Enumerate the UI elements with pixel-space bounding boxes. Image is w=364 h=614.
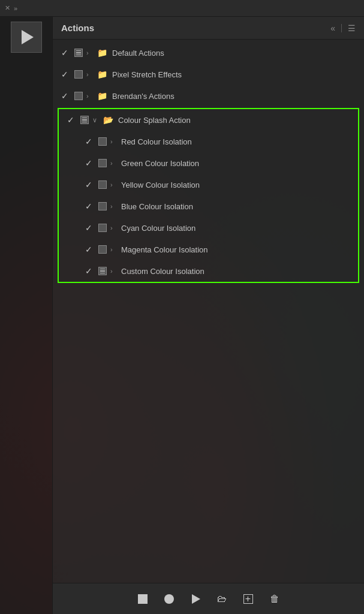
list-item[interactable]: ✓ › 📁 Default Actions: [53, 42, 364, 64]
action-label: Red Colour Isolation: [121, 137, 352, 146]
panel: ✕ » Actions « ☰: [0, 0, 364, 614]
chevron-down-icon[interactable]: ∨: [92, 116, 100, 124]
action-label: Green Colour Isolation: [121, 159, 352, 168]
folder-open-icon: 📂: [103, 115, 113, 125]
list-item[interactable]: ✓ › Blue Colour Isolation: [59, 195, 358, 217]
action-label: Pixel Stretch Effects: [112, 70, 358, 79]
actions-panel: Actions « ☰ ✓ › 📁 Default Actions: [53, 17, 364, 614]
stop-button[interactable]: [135, 591, 151, 607]
check-icon: ✓: [85, 266, 95, 276]
checkbox-square: [98, 137, 107, 146]
record-icon: [164, 594, 174, 604]
add-button[interactable]: +: [240, 591, 256, 607]
checkbox-lines: [98, 267, 107, 275]
chevron-right-icon[interactable]: ›: [110, 181, 118, 188]
stop-icon: [138, 594, 148, 604]
checkbox-lines: [74, 49, 83, 57]
check-icon: ✓: [67, 115, 77, 125]
actions-title: Actions: [61, 23, 94, 33]
checkbox-square: [98, 159, 107, 167]
folder-small-icon: 🗁: [217, 594, 227, 604]
checkbox-square: [98, 202, 107, 210]
menu-icon[interactable]: ☰: [348, 23, 356, 33]
list-item[interactable]: ✓ › 📁 Brendan's Actions: [53, 85, 364, 107]
play-small-icon: [192, 594, 200, 604]
folder-icon: 📁: [97, 91, 107, 101]
check-icon: ✓: [85, 201, 95, 211]
chevron-right-icon[interactable]: ›: [86, 71, 94, 78]
action-label: Magenta Colour Isolation: [121, 245, 352, 254]
list-item[interactable]: ✓ › Yellow Colour Isolation: [59, 174, 358, 195]
bottom-toolbar: 🗁 + 🗑: [53, 583, 364, 614]
header-icons: « ☰: [330, 23, 356, 33]
check-icon: ✓: [85, 137, 95, 146]
trash-icon: 🗑: [270, 594, 279, 604]
chevron-right-icon[interactable]: ›: [110, 224, 118, 231]
add-icon: +: [243, 594, 253, 604]
actions-header: Actions « ☰: [53, 17, 364, 40]
action-label: Custom Colour Isolation: [121, 267, 352, 276]
left-sidebar: [0, 17, 53, 614]
expand-icon[interactable]: »: [14, 5, 17, 12]
chevron-right-icon[interactable]: ›: [86, 92, 94, 100]
checkbox-square: [98, 224, 107, 232]
folder-icon: 📁: [97, 48, 107, 58]
chevron-right-icon[interactable]: ›: [110, 138, 118, 145]
chevron-right-icon[interactable]: ›: [110, 267, 118, 275]
checkbox-lines: [80, 116, 89, 124]
list-item[interactable]: ✓ › Red Colour Isolation: [59, 131, 358, 152]
check-icon: ✓: [61, 91, 71, 101]
action-label: Blue Colour Isolation: [121, 202, 352, 211]
check-icon: ✓: [85, 223, 95, 233]
check-icon: ✓: [61, 70, 71, 79]
check-icon: ✓: [61, 48, 71, 58]
list-item[interactable]: ✓ › Green Colour Isolation: [59, 152, 358, 174]
open-folder-button[interactable]: 🗁: [214, 591, 230, 607]
action-list: ✓ › 📁 Default Actions ✓ › 📁 Pixel Stretc…: [53, 40, 364, 583]
chevron-right-icon[interactable]: ›: [110, 246, 118, 253]
delete-button[interactable]: 🗑: [267, 591, 282, 607]
back-arrows-icon[interactable]: «: [330, 23, 335, 33]
list-item[interactable]: ✓ › Cyan Colour Isolation: [59, 217, 358, 239]
play-icon: [22, 30, 34, 44]
chevron-right-icon[interactable]: ›: [110, 203, 118, 210]
action-label: Cyan Colour Isolation: [121, 224, 352, 233]
top-bar: ✕ »: [0, 0, 364, 17]
action-label: Colour Splash Action: [118, 116, 352, 125]
check-icon: ✓: [85, 158, 95, 168]
highlighted-group: ✓ ∨ 📂 Colour Splash Action ✓ › Red Colo: [58, 108, 359, 283]
action-label: Default Actions: [112, 49, 358, 58]
checkbox-square: [74, 92, 83, 100]
colour-splash-item[interactable]: ✓ ∨ 📂 Colour Splash Action: [59, 109, 358, 131]
action-label: Yellow Colour Isolation: [121, 180, 352, 189]
checkbox-square: [74, 70, 83, 79]
action-label: Brendan's Actions: [112, 92, 358, 101]
chevron-right-icon[interactable]: ›: [86, 49, 94, 56]
list-item[interactable]: ✓ › 📁 Pixel Stretch Effects: [53, 64, 364, 85]
record-button[interactable]: [161, 591, 177, 607]
play-action-button[interactable]: [11, 22, 42, 53]
chevron-right-icon[interactable]: ›: [110, 159, 118, 167]
check-icon: ✓: [85, 180, 95, 189]
checkbox-square: [98, 245, 107, 254]
checkbox-square: [98, 180, 107, 189]
header-divider: [341, 24, 342, 32]
close-icon[interactable]: ✕: [5, 4, 10, 12]
play-small-button[interactable]: [188, 591, 203, 607]
list-item[interactable]: ✓ › Magenta Colour Isolation: [59, 239, 358, 260]
check-icon: ✓: [85, 245, 95, 254]
main-panel: Actions « ☰ ✓ › 📁 Default Actions: [0, 17, 364, 614]
list-item[interactable]: ✓ › Custom Colour Isolation: [59, 260, 358, 282]
folder-icon: 📁: [97, 70, 107, 79]
